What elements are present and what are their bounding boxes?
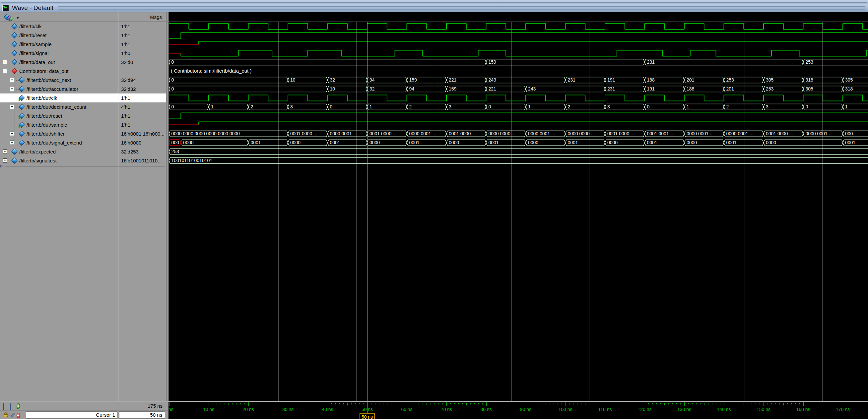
ruler-tick [819,403,819,405]
cursor-time-badge[interactable]: 50 ns [360,413,375,419]
bus-value-label: 201 [726,85,762,94]
signal-row-clk[interactable]: /filtertb/clk [0,22,118,31]
wave-row-dut_sample[interactable] [168,120,868,129]
signal-row-contributors[interactable]: −Contributors: data_out [0,67,118,75]
wave-row-dut_clk[interactable] [168,94,868,102]
expand-icon[interactable]: + [3,158,7,163]
ruler-tick [189,403,189,406]
expand-icon[interactable]: + [10,132,14,136]
wave-row-acc_next[interactable]: 0103294159221243231191188201253305318305 [168,75,868,85]
ruler-tick [478,403,478,405]
wave-row-expected[interactable]: 253 [168,147,868,156]
signal-row-signal_extend[interactable]: +/filtertb/dut/signal_extend [0,138,118,147]
edit-cursor-icon[interactable] [10,412,15,418]
ruler-tick [700,403,701,405]
bus-value-label: 1 [528,102,564,111]
wave-row-sample[interactable] [168,40,868,49]
signal-row-dut_reset[interactable]: /filtertb/dut/reset [0,111,118,120]
ruler-tick [851,403,851,405]
ruler-tick [205,403,205,405]
signal-row-acc_next[interactable]: +/filtertb/dut/acc_next [0,75,118,85]
diamond-shape [19,131,25,136]
expand-icon[interactable]: + [10,87,14,91]
signal-row-reset[interactable]: /filtertb/reset [0,31,118,40]
remove-cursor-icon[interactable]: − [17,412,22,418]
wave-row-signal_extend[interactable]: 000X000000010000000100000001000000010000… [168,138,868,147]
add-cursor-icon[interactable]: + [17,403,22,409]
bus-value-label: 0000 [687,138,722,147]
add-signal-diamond-dropdown-icon[interactable]: ▼ [3,13,18,21]
bus-value-label: 94 [409,85,445,94]
ruler-tick [692,403,692,405]
ruler-tick [276,403,276,405]
now-row: + Now 175 ns [0,401,168,410]
values-wave-divider[interactable] [166,12,166,419]
ruler-tick [395,403,395,405]
signal-row-sample[interactable]: /filtertb/sample [0,40,118,49]
ruler-time-label: 130 ns [677,407,691,412]
cursor-name-field[interactable]: Cursor 1 [26,411,117,419]
wave-row-clk[interactable] [168,22,868,31]
ruler-tick [593,403,593,405]
ruler-tick [213,403,213,405]
expand-icon[interactable]: + [3,60,7,64]
signal-row-decimate_count[interactable]: +/filtertb/dut/decimate_count [0,102,118,111]
cursor-line[interactable] [367,22,368,401]
wave-row-decimate_count[interactable]: 012301230123012301 [168,102,868,111]
signal-row-dut_sample[interactable]: /filtertb/dut/sample [0,120,118,129]
ruler-tick [228,403,229,406]
expand-icon[interactable]: + [10,140,14,145]
diamond-shape [11,149,17,155]
bus-value-label: 231 [607,85,643,94]
ruler-tick [617,403,617,405]
wave-row-contributors[interactable]: ( Contributors: sim:/filtertb/data_out ) [168,67,868,75]
wave-row-signal[interactable] [168,49,868,58]
ruler-tick [859,403,859,405]
timeline-ruler[interactable]: 0 ns10 ns20 ns30 ns40 ns50 ns60 ns70 ns8… [168,401,868,419]
ruler-tick [451,403,451,405]
bus-value-label: 0 [172,102,207,111]
cursor-note-icon[interactable] [10,403,15,409]
ruler-tick [383,403,383,405]
bus-value-label: 0 [172,75,286,85]
signal-row-data_out[interactable]: +/filtertb/data_out [0,58,118,67]
ruler-tick [351,403,351,405]
signal-row-expected[interactable]: +/filtertb/expected [0,147,118,156]
bus-value-label: 0000 [449,138,485,147]
values-wave-divider-hl [168,12,168,419]
title-bar[interactable]: Wave - Default [0,4,868,12]
collapse-icon[interactable]: − [3,69,7,73]
signal-row-shifter[interactable]: +/filtertb/dut/shifter [0,129,118,138]
waveform-area[interactable]: 0159231253( Contributors: sim:/filtertb/… [168,22,868,401]
ruler-tick [387,403,388,406]
signal-row-signaltest[interactable]: +/filtertb/signaltest [0,156,118,165]
ruler-tick [514,403,514,405]
ruler-tick [339,403,340,405]
signal-row-signal[interactable]: /filtertb/signal [0,49,118,58]
ruler-major-tick [446,402,447,406]
expand-icon[interactable]: + [10,105,14,109]
signal-values-pane[interactable]: 1'h11'h11'h11'h032'd032'd9432'd321'h14'h… [118,22,166,401]
cursor-doc-icon[interactable] [3,403,9,409]
wave-row-accumulator[interactable]: 0103294159221243231191188201253305318 [168,85,868,94]
wave-row-data_out[interactable]: 0159231253 [168,58,868,67]
expand-icon[interactable]: + [10,78,14,82]
ruler-time-label: 90 ns [520,407,531,412]
wave-row-dut_reset[interactable] [168,111,868,120]
signal-names-pane[interactable]: /filtertb/clk/filtertb/reset/filtertb/sa… [0,22,118,401]
ruler-tick [391,403,392,405]
wave-row-shifter[interactable]: 0000 0000 0000 0000 0000 00000001 0000 .… [168,129,868,138]
cursor-time-field[interactable]: 50 ns [119,411,165,419]
signal-row-accumulator[interactable]: +/filtertb/dut/accumulator [0,85,118,94]
ruler-tick [284,403,284,405]
msgs-column-header[interactable]: Msgs [118,13,162,21]
bus-value-label: 221 [489,85,524,94]
ruler-tick [316,403,316,405]
wave-row-reset[interactable] [168,31,868,40]
ruler-tick [418,403,419,405]
wave-row-signaltest[interactable]: 1001011010010101 [168,156,868,165]
expand-icon[interactable]: + [3,150,7,154]
wave-window: Wave - Default ▼ Msgs /filtertb/clk/filt… [0,0,868,419]
signal-row-dut_clk[interactable]: /filtertb/dut/clk [0,94,118,102]
ruler-tick [320,403,320,405]
